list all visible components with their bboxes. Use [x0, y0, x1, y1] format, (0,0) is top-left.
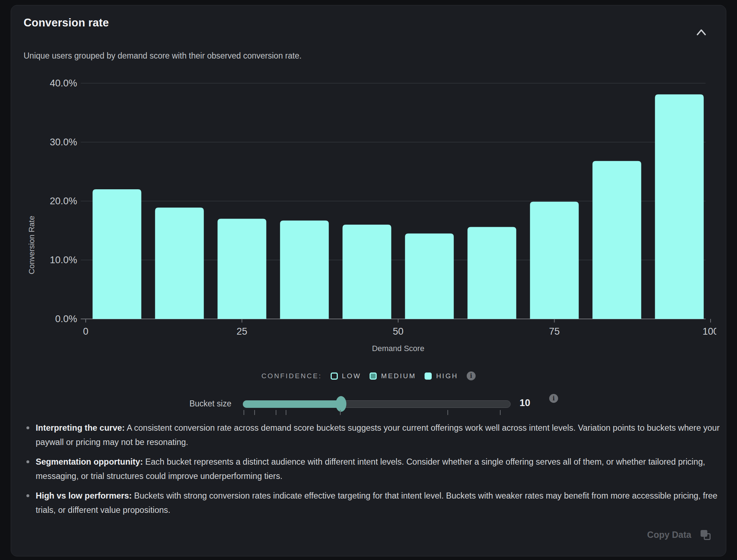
svg-text:50: 50 [393, 326, 403, 337]
svg-text:Conversion Rate: Conversion Rate [27, 216, 36, 274]
chart-subtitle: Unique users grouped by demand score wit… [24, 51, 302, 61]
legend-item-label: HIGH [436, 372, 458, 380]
note-interpreting: Interpreting the curve: A consistent con… [24, 421, 720, 449]
copy-data-button[interactable]: Copy Data [647, 530, 711, 540]
legend-title: CONFIDENCE: [261, 372, 322, 380]
legend-item-label: MEDIUM [381, 372, 416, 380]
legend-item-high[interactable]: HIGH [425, 372, 458, 380]
svg-text:Demand Score: Demand Score [372, 344, 425, 353]
svg-text:20.0%: 20.0% [50, 196, 77, 206]
low-confidence-swatch-icon [331, 372, 338, 380]
svg-text:0: 0 [83, 326, 88, 337]
copy-icon [701, 530, 711, 540]
high-confidence-swatch-icon [425, 372, 432, 380]
bullet-icon [26, 494, 29, 497]
bar-40-50 [342, 225, 391, 319]
bullet-icon [26, 426, 29, 429]
bar-0-10 [92, 189, 141, 319]
note-lead: High vs low performers: [36, 491, 132, 500]
svg-text:30.0%: 30.0% [50, 137, 77, 148]
bucket-size-info-icon[interactable]: i [549, 394, 558, 403]
bar-70-80 [530, 202, 579, 319]
bucket-size-value: 10 [520, 398, 530, 409]
medium-confidence-swatch-icon [370, 372, 377, 380]
copy-data-label: Copy Data [647, 530, 691, 540]
bar-30-40 [280, 220, 329, 319]
svg-text:10.0%: 10.0% [50, 255, 77, 265]
note-body: Buckets with strong conversion rates ind… [36, 491, 717, 515]
bar-20-30 [217, 219, 266, 319]
svg-text:75: 75 [549, 326, 560, 337]
bar-80-90 [592, 161, 641, 319]
note-segmentation: Segmentation opportunity: Each bucket re… [24, 455, 720, 483]
bar-10-20 [155, 208, 204, 319]
note-body: A consistent conversion rate across dema… [36, 423, 720, 447]
conversion-rate-panel: Conversion rate Unique users grouped by … [0, 0, 737, 560]
collapse-button[interactable] [691, 24, 711, 41]
legend-item-label: LOW [342, 372, 361, 380]
svg-text:40.0%: 40.0% [50, 78, 77, 89]
bar-50-60 [405, 234, 454, 319]
conversion-chart: 0.0%10.0%20.0%30.0%40.0%0255075100Conver… [24, 70, 716, 361]
bar-60-70 [467, 227, 516, 319]
legend-item-low[interactable]: LOW [331, 372, 361, 380]
svg-text:25: 25 [236, 326, 247, 337]
chevron-up-icon [695, 28, 708, 37]
confidence-info-icon[interactable]: i [467, 371, 476, 380]
bar-90-100 [655, 94, 704, 319]
legend-item-medium[interactable]: MEDIUM [370, 372, 416, 380]
bucket-size-label: Bucket size [136, 399, 231, 409]
confidence-legend: CONFIDENCE: LOW MEDIUM HIGH i [0, 371, 737, 380]
note-performers: High vs low performers: Buckets with str… [24, 489, 720, 517]
page-title: Conversion rate [24, 16, 109, 29]
insight-notes: Interpreting the curve: A consistent con… [24, 421, 720, 522]
bullet-icon [26, 460, 29, 463]
bucket-size-slider-fill [243, 400, 341, 408]
note-lead: Interpreting the curve: [36, 423, 125, 432]
svg-text:100: 100 [702, 326, 716, 337]
note-lead: Segmentation opportunity: [36, 457, 143, 466]
svg-text:0.0%: 0.0% [55, 314, 77, 324]
